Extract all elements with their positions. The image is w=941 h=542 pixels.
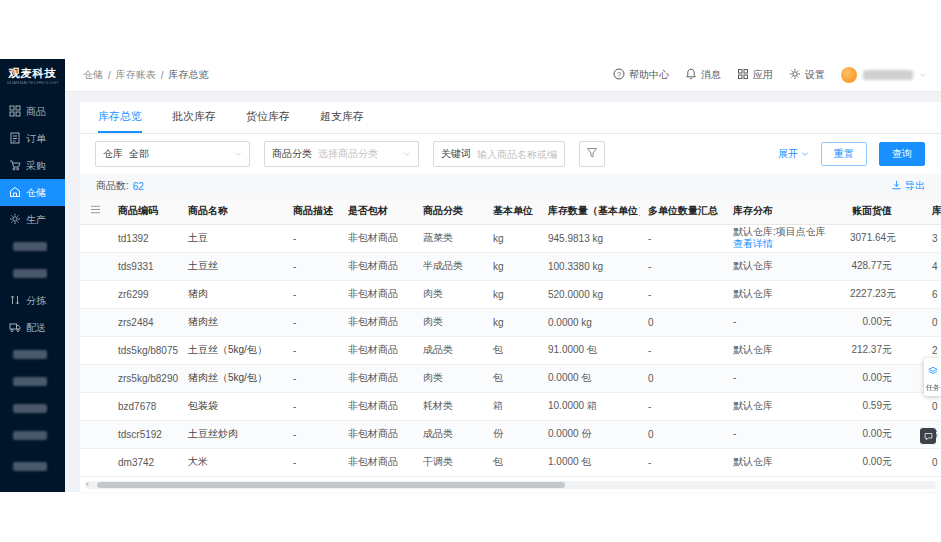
tab-batch-inventory[interactable]: 批次库存 <box>172 102 216 133</box>
cell-desc: - <box>285 448 340 476</box>
breadcrumb-separator: / <box>161 70 164 81</box>
view-detail-link[interactable]: 查看详情 <box>733 238 838 250</box>
masked-label <box>13 431 47 440</box>
help-label: 帮助中心 <box>629 68 669 82</box>
sidebar-item-label: 采购 <box>26 159 46 173</box>
tab-inventory-overview[interactable]: 库存总览 <box>98 102 142 133</box>
cell-value: 0.00元 <box>842 420 898 448</box>
scrollbar-thumb[interactable] <box>97 482 565 488</box>
cell-stock: 10.0000 箱 <box>540 392 640 420</box>
cell-multi: - <box>640 448 725 476</box>
sort-arrows-icon <box>9 294 21 308</box>
chevron-down-icon <box>919 71 927 79</box>
cell-stock: 1.0000 包 <box>540 448 640 476</box>
export-button[interactable]: 导出 <box>891 179 925 193</box>
masked-label <box>13 269 47 278</box>
cell-multi: - <box>640 224 725 252</box>
keyword-box: 关键词 <box>433 141 565 167</box>
sidebar-item-purchase[interactable]: 采购 <box>0 152 65 179</box>
table-row: zrs2484猪肉丝-非包材商品肉类kg0.0000 kg0-0.00元0 <box>80 308 941 336</box>
cell-desc: - <box>285 252 340 280</box>
search-button[interactable]: 查询 <box>879 142 925 166</box>
cell-stock: 520.0000 kg <box>540 280 640 308</box>
table-row: bzd7678包装袋-非包材商品耗材类箱10.0000 箱-默认仓库0.59元0 <box>80 392 941 420</box>
sidebar-item-masked[interactable] <box>0 368 65 395</box>
cell-stock: 0.0000 份 <box>540 420 640 448</box>
messages-label: 消息 <box>701 68 721 82</box>
row-handle-cell <box>80 364 110 392</box>
horizontal-scrollbar[interactable]: ‹ <box>85 481 936 489</box>
cell-dist: - <box>725 420 842 448</box>
warehouse-select[interactable]: 仓库 全部 <box>95 141 250 167</box>
sidebar-item-masked[interactable] <box>0 453 65 480</box>
cell-name: 土豆 <box>180 224 285 252</box>
cell-value: 428.77元 <box>842 252 898 280</box>
tab-overrun-inventory[interactable]: 超支库存 <box>320 102 364 133</box>
sidebar-item-warehouse[interactable]: 仓储 <box>0 179 65 206</box>
help-center-button[interactable]: ? 帮助中心 <box>613 68 669 82</box>
summary-bar: 商品数: 62 导出 <box>80 174 941 198</box>
row-handle-cell <box>80 280 110 308</box>
dist-text: 默认仓库 <box>733 344 838 356</box>
cell-stock: 100.3380 kg <box>540 252 640 280</box>
cell-category: 成品类 <box>415 420 485 448</box>
chat-icon <box>924 427 933 445</box>
settings-button[interactable]: 设置 <box>789 68 825 82</box>
sidebar-item-masked[interactable] <box>0 260 65 287</box>
masked-label <box>13 462 47 471</box>
cell-desc: - <box>285 224 340 252</box>
inventory-table: 商品编码商品名称商品描述是否包材商品分类基本单位库存数量（基本单位）多单位数量汇… <box>80 198 941 477</box>
column-settings-icon[interactable] <box>80 198 110 224</box>
reset-button[interactable]: 重置 <box>821 142 867 166</box>
task-float-widget[interactable]: 任务 <box>924 358 941 396</box>
sidebar-item-masked[interactable] <box>0 395 65 422</box>
sidebar-item-masked[interactable] <box>0 341 65 368</box>
sidebar-item-production[interactable]: 生产 <box>0 206 65 233</box>
cell-desc: - <box>285 420 340 448</box>
user-menu[interactable] <box>841 67 927 83</box>
cell-category: 成品类 <box>415 336 485 364</box>
brand-logo: 观麦科技 GUANMAITECHNOLOGY <box>0 59 65 92</box>
breadcrumb-item[interactable]: 库存账表 <box>116 68 156 82</box>
apps-button[interactable]: 应用 <box>737 68 773 82</box>
col-category: 商品分类 <box>415 198 485 224</box>
cell-category: 肉类 <box>415 280 485 308</box>
row-handle-cell <box>80 448 110 476</box>
sidebar-item-orders[interactable]: 订单 <box>0 125 65 152</box>
tab-location-inventory[interactable]: 货位库存 <box>246 102 290 133</box>
sidebar-item-sorting[interactable]: 分拣 <box>0 287 65 314</box>
main-area: 仓储 / 库存账表 / 库存总览 ? 帮助中心 消息 <box>65 59 941 492</box>
topbar-actions: ? 帮助中心 消息 应用 设置 <box>613 67 927 83</box>
breadcrumb-item[interactable]: 仓储 <box>83 68 103 82</box>
sidebar-item-delivery[interactable]: 配送 <box>0 314 65 341</box>
expand-filters-link[interactable]: 展开 <box>778 147 809 161</box>
sidebar-item-goods[interactable]: 商品 <box>0 98 65 125</box>
col-stock: 库存数量（基本单位） <box>540 198 640 224</box>
row-handle-cell <box>80 336 110 364</box>
col-unit: 基本单位 <box>485 198 540 224</box>
keyword-input[interactable] <box>477 149 557 160</box>
category-select[interactable]: 商品分类 选择商品分类 <box>264 141 419 167</box>
cell-name: 猪肉丝（5kg/包） <box>180 364 285 392</box>
product-count-label: 商品数: <box>96 179 129 193</box>
cell-unit: 包 <box>485 364 540 392</box>
chevron-down-icon <box>801 149 809 160</box>
dist-text: - <box>733 428 838 440</box>
chevron-down-icon <box>234 150 242 158</box>
advanced-filter-button[interactable] <box>579 141 605 167</box>
sidebar-item-masked[interactable] <box>0 422 65 449</box>
expand-label: 展开 <box>778 147 798 161</box>
breadcrumb-separator: / <box>108 70 111 81</box>
cell-unit: kg <box>485 308 540 336</box>
apps-label: 应用 <box>753 68 773 82</box>
messages-button[interactable]: 消息 <box>685 68 721 82</box>
funnel-icon <box>586 145 598 163</box>
sidebar-item-masked[interactable] <box>0 233 65 260</box>
cell-desc: - <box>285 364 340 392</box>
chat-float-button[interactable] <box>920 428 936 444</box>
cell-stock: 0.0000 包 <box>540 364 640 392</box>
cell-code: zrs2484 <box>110 308 180 336</box>
content-area: 库存总览 批次库存 货位库存 超支库存 仓库 全部 商品分类 <box>65 92 941 492</box>
cell-dist: - <box>725 308 842 336</box>
table-body: td1392土豆-非包材商品蔬菜类kg945.9813 kg-默认仓库:项目点仓… <box>80 224 941 476</box>
